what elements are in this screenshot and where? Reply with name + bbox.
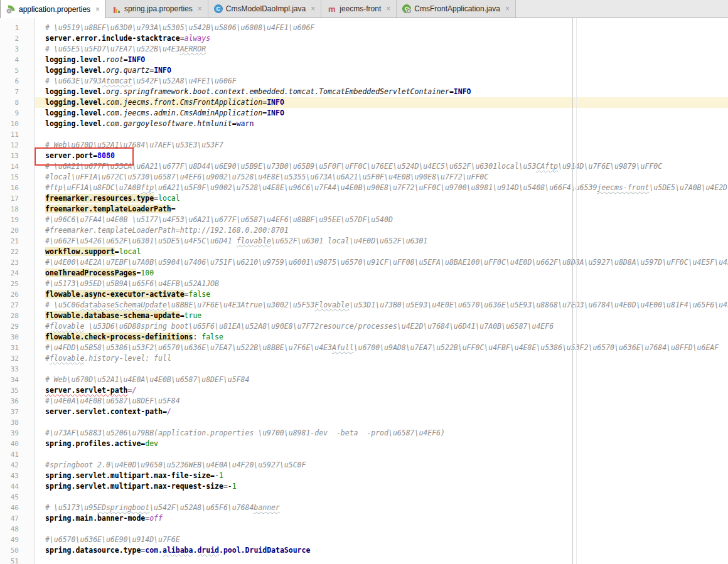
code-line[interactable]: 37server.servlet.context-path=/ [0, 407, 728, 417]
code-line[interactable]: 31#\u4FDD\u5B58\u5386\u53F2\u6570\u636E\… [0, 343, 728, 353]
code-line[interactable]: 10logging.level.com.gargoylesoftware.htm… [0, 119, 728, 129]
code-token: com.jeecms.admin.CmsAdminApplication [106, 109, 262, 117]
code-line[interactable]: 43spring.servlet.multipart.max-file-size… [0, 471, 728, 481]
code-line[interactable]: 5logging.level.org.quartz=INFO [0, 65, 728, 76]
code-line[interactable]: 29#flovable \u53D6\u6D88spring boot\u65F… [0, 321, 728, 332]
ide-window: { "app": {"title": "IntelliJ IDEA - appl… [0, 0, 728, 564]
line-number: 5 [0, 65, 19, 76]
code-line[interactable]: 11 [0, 129, 728, 140]
code-token: \u53D6\u6D88spring boot\u65F6\u81EA\u52A… [84, 322, 554, 331]
code-line[interactable]: 33 [0, 364, 728, 375]
code-text: flowable.check-process-definitions: fals… [45, 332, 223, 343]
code-line[interactable]: 38 [0, 417, 728, 428]
code-line[interactable]: 28flowable.database-schema-update=true [0, 311, 728, 321]
code-line[interactable]: 18freemarker.templateLoaderPath= [0, 204, 728, 215]
code-line[interactable]: 17freemarker.resources.type=local [0, 193, 728, 204]
code-text: # \u663E\u793Atomcat\u542F\u52A8\u4FE1\u… [45, 76, 237, 87]
code-line[interactable]: 51 [0, 556, 728, 564]
code-line[interactable]: 39#\u73AF\u5883\u5206\u79BB(application.… [0, 428, 728, 439]
code-line[interactable]: 3# \u65E5\u5FD7\u7EA7\u522B\u4E3AERROR [0, 44, 728, 55]
code-token: com.jeecms.front.CmsFrontApplication [106, 98, 262, 107]
code-token: \u53D1\u73B0\u5E93\u4E0E\u6570\u636E\u5E… [350, 301, 728, 309]
code-token: # \u6A21\u677F\u53CA\u6A21\u677F\u8D44\u… [45, 162, 536, 171]
code-line[interactable]: 13server.port=8080 [0, 151, 728, 161]
line-number: 10 [0, 119, 19, 129]
code-text: spring.datasource.type=com.alibaba.druid… [45, 545, 310, 556]
code-line[interactable]: 2server.error.include-stacktrace=always [0, 33, 728, 44]
tab-jeecms-front[interactable]: mjeecms-front× [321, 0, 397, 18]
code-line[interactable]: 41 [0, 449, 728, 460]
code-line[interactable]: 36#\u4E0A\u4E0B\u6587\u8DEF\u5F84 [0, 396, 728, 407]
code-token: #\u73AF\u5883\u5206\u79BB(application.pr… [45, 428, 445, 437]
code-token: logging.level. [45, 66, 106, 75]
code-line[interactable]: 34# Web\u670D\u52A1\u4E0A\u4E0B\u6587\u8… [0, 375, 728, 385]
code-line[interactable]: 44spring.servlet.multipart.max-request-s… [0, 481, 728, 492]
code-text: #ftp\uFF1A\u8FDC\u7A0Bftp\u6A21\u5F0F\u9… [45, 183, 728, 193]
code-token: oneThreadProcessPages [45, 269, 136, 277]
maven-module-icon: m [327, 4, 336, 14]
code-token: spring.servlet.multipart.max-request-siz… [45, 482, 223, 491]
code-line[interactable]: 26flowable.async-executor-activate=false [0, 289, 728, 300]
close-tab-icon[interactable]: × [311, 5, 315, 13]
code-line[interactable]: 46# \u5173\u95EDspringboot\u542F\u52A8\u… [0, 503, 728, 513]
code-line[interactable]: 14# \u6A21\u677F\u53CA\u6A21\u677F\u8D44… [0, 161, 728, 172]
code-token: \u6A21\u5F0F\u9002\u7528\u4E8E\u96C6\u7F… [154, 183, 597, 192]
code-line[interactable]: 19#\u96C6\u7FA4\u4E0B \u5177\u4F53\u6A21… [0, 215, 728, 225]
code-line[interactable]: 16#ftp\uFF1A\u8FDC\u7A0Bftp\u6A21\u5F0F\… [0, 183, 728, 193]
code-token: / [167, 407, 171, 416]
close-tab-icon[interactable]: × [386, 5, 390, 13]
code-line[interactable]: 49#\u6570\u636E\u6E90\u914D\u7F6E [0, 535, 728, 545]
code-line[interactable]: 21#\u662F\u5426\u652F\u6301\u5DE5\u4F5C\… [0, 236, 728, 247]
code-line[interactable]: 6# \u663E\u793Atomcat\u542F\u52A8\u4FE1\… [0, 76, 728, 87]
code-line[interactable]: 9logging.level.com.jeecms.admin.CmsAdmin… [0, 108, 728, 119]
line-number: 49 [0, 535, 19, 545]
code-line[interactable]: 1# \u9519\u8BEF\u63D0\u793A\u5305\u542B\… [0, 23, 728, 33]
code-token: / [132, 386, 137, 395]
code-line[interactable]: 20#freemarker.templateLoaderPath=http://… [0, 225, 728, 236]
tab-application.properties[interactable]: application.properties× [0, 0, 106, 18]
code-line[interactable]: 23#\u4E00\u4E2A\u7EBF\u7A0B\u5904\u7406\… [0, 257, 728, 268]
code-area: 1# \u9519\u8BEF\u63D0\u793A\u5305\u542B\… [0, 18, 728, 564]
code-line[interactable]: 47spring.main.banner-mode=off [0, 513, 728, 524]
code-text: spring.main.banner-mode=off [45, 513, 163, 524]
code-line[interactable]: 8logging.level.com.jeecms.front.CmsFront… [0, 97, 728, 108]
code-token: INFO [267, 109, 284, 117]
code-line[interactable]: 50spring.datasource.type=com.alibaba.dru… [0, 545, 728, 556]
code-line[interactable]: 32#flovable.history-level: full [0, 353, 728, 364]
code-token: # \u5173\u95 [45, 503, 97, 512]
code-line[interactable]: 25#\u5173\u95ED\u5B9A\u65F6\u4EFB\u52A1J… [0, 279, 728, 289]
code-token: flovable [50, 322, 84, 331]
code-token: #springboot 2.0\u4E0D\u9650\u5236WEB\u4E… [45, 460, 306, 469]
code-line[interactable]: 48 [0, 524, 728, 535]
code-line[interactable]: 4logging.level.root=INFO [0, 55, 728, 65]
close-tab-icon[interactable]: × [95, 6, 100, 13]
code-line[interactable]: 12# Web\u670D\u52A1\u7684\u7AEF\u53E3\u5… [0, 140, 728, 151]
code-token: freemarker.resources.type [45, 194, 154, 203]
tab-label: application.properties [19, 5, 90, 14]
code-line[interactable]: 35server.servlet-path=/ [0, 385, 728, 396]
tab-CmsModelDaoImpl.java[interactable]: CCmsModelDaoImpl.java× [208, 0, 321, 18]
code-line[interactable]: 45 [0, 492, 728, 503]
code-line[interactable]: 7logging.level.org.springframework.boot.… [0, 87, 728, 97]
code-line[interactable]: 40spring.profiles.active=dev [0, 439, 728, 449]
code-line[interactable]: 24oneThreadProcessPages=100 [0, 268, 728, 279]
code-text: server.servlet.context-path=/ [45, 407, 171, 417]
line-number: 30 [0, 332, 19, 343]
code-line[interactable]: 22workflow.support=local [0, 247, 728, 257]
code-line[interactable]: 30flowable.check-process-definitions: fa… [0, 332, 728, 343]
tab-CmsFrontApplication.java[interactable]: CCmsFrontApplication.java× [397, 0, 516, 18]
code-token: # [45, 354, 50, 363]
code-token: off [149, 514, 163, 523]
code-token: = [124, 55, 128, 64]
code-token: = [180, 311, 185, 320]
code-line[interactable]: 27# \u5C06databaseSchemaUpdate\u8BBE\u7F… [0, 300, 728, 311]
code-line[interactable]: 42#springboot 2.0\u4E0D\u9650\u5236WEB\u… [0, 460, 728, 471]
code-text: flowable.async-executor-activate=false [45, 289, 210, 300]
close-tab-icon[interactable]: × [505, 5, 510, 13]
tab-spring.jpa.properties[interactable]: spring.jpa.properties× [106, 0, 208, 18]
close-tab-icon[interactable]: × [198, 5, 202, 13]
line-number: 24 [0, 268, 19, 279]
line-number: 18 [0, 204, 19, 215]
code-line[interactable]: 15#local\uFF1A\u672C\u5730\u6587\u4EF6\u… [0, 172, 728, 183]
code-token: # \u65E5\u5FD7\u7EA7\u522B\u4E3 [45, 45, 180, 53]
